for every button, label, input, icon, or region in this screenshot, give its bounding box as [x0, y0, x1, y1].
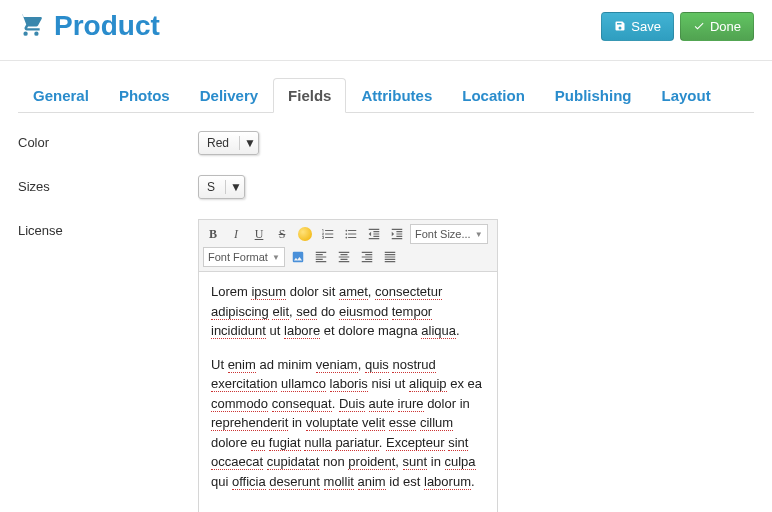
chevron-down-icon: ▼	[225, 180, 240, 194]
indent-button[interactable]	[387, 224, 407, 244]
bold-button[interactable]: B	[203, 224, 223, 244]
unordered-list-button[interactable]	[341, 224, 361, 244]
insert-image-button[interactable]	[288, 247, 308, 267]
tab-general[interactable]: General	[18, 78, 104, 113]
editor-content[interactable]: Lorem ipsum dolor sit amet, consectetur …	[199, 272, 497, 512]
font-format-select[interactable]: Font Format▼	[203, 247, 285, 267]
chevron-down-icon: ▼	[272, 253, 280, 262]
color-label: Color	[18, 131, 198, 150]
color-select[interactable]: Red ▼	[198, 131, 259, 155]
license-label: License	[18, 219, 198, 238]
tab-delivery[interactable]: Delivery	[185, 78, 273, 113]
sizes-label: Sizes	[18, 175, 198, 194]
page-title: Product	[54, 10, 160, 42]
font-size-select[interactable]: Font Size...▼	[410, 224, 488, 244]
align-center-button[interactable]	[334, 247, 354, 267]
editor-toolbar: B I U S Font Size...▼ Font Format▼	[199, 220, 497, 272]
chevron-down-icon: ▼	[475, 230, 483, 239]
save-button[interactable]: Save	[601, 12, 674, 41]
save-icon	[614, 20, 626, 32]
rich-text-editor: B I U S Font Size...▼ Font Format▼	[198, 219, 498, 512]
ordered-list-button[interactable]	[318, 224, 338, 244]
emoji-icon	[298, 227, 312, 241]
underline-button[interactable]: U	[249, 224, 269, 244]
tab-layout[interactable]: Layout	[646, 78, 725, 113]
align-right-button[interactable]	[357, 247, 377, 267]
emoji-button[interactable]	[295, 224, 315, 244]
chevron-down-icon: ▼	[239, 136, 254, 150]
align-left-button[interactable]	[311, 247, 331, 267]
check-icon	[693, 20, 705, 32]
header: Product Save Done	[0, 0, 772, 61]
sizes-select[interactable]: S ▼	[198, 175, 245, 199]
outdent-button[interactable]	[364, 224, 384, 244]
cart-icon	[18, 12, 44, 41]
tab-attributes[interactable]: Attributes	[346, 78, 447, 113]
tab-photos[interactable]: Photos	[104, 78, 185, 113]
align-justify-button[interactable]	[380, 247, 400, 267]
tab-fields[interactable]: Fields	[273, 78, 346, 113]
tabs: GeneralPhotosDeliveryFieldsAttributesLoc…	[18, 77, 754, 113]
tab-location[interactable]: Location	[447, 78, 540, 113]
done-button[interactable]: Done	[680, 12, 754, 41]
strikethrough-button[interactable]: S	[272, 224, 292, 244]
italic-button[interactable]: I	[226, 224, 246, 244]
tab-publishing[interactable]: Publishing	[540, 78, 647, 113]
